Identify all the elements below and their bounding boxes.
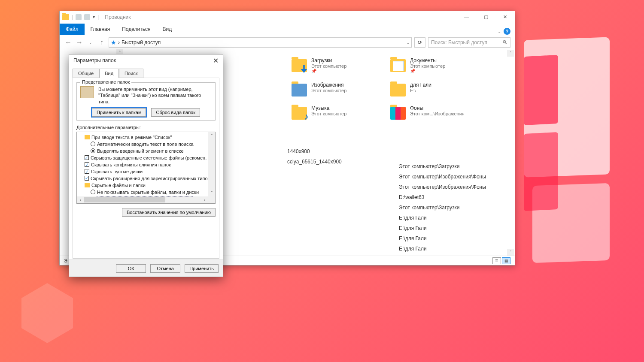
option-hide-empty[interactable]: Скрывать пустые диски <box>85 168 207 175</box>
recent-path[interactable]: E:\для Гали <box>399 223 486 233</box>
close-button[interactable]: ✕ <box>495 11 515 23</box>
folder-icon <box>292 107 307 120</box>
address-dropdown-icon[interactable]: ⌄ <box>406 40 410 45</box>
nav-back-button[interactable]: ← <box>64 38 73 47</box>
scrollbar-thumb[interactable] <box>84 197 165 202</box>
recent-path[interactable]: E:\для Гали <box>399 233 486 244</box>
recent-path[interactable]: E:\для Гали <box>399 213 486 223</box>
advanced-settings-tree[interactable]: При вводе текста в режиме "Список" Автом… <box>76 132 216 204</box>
folder-name: Загрузки <box>311 57 346 63</box>
option-typing-select[interactable]: Выделять введенный элемент в списке <box>91 148 207 154</box>
dialog-close-button[interactable]: ✕ <box>213 57 219 65</box>
pin-icon: 📌 <box>410 69 445 73</box>
recent-path[interactable]: E:\для Гали <box>399 244 486 254</box>
maximize-button[interactable]: ▢ <box>476 11 495 23</box>
option-typing-search[interactable]: Автоматически вводить текст в поле поиск… <box>91 141 207 148</box>
radio-icon[interactable] <box>91 142 95 146</box>
cancel-button[interactable]: Отмена <box>150 264 180 273</box>
tree-vertical-scrollbar[interactable]: ˄ ˅ <box>208 132 215 196</box>
checkbox-icon[interactable] <box>85 169 89 174</box>
checkbox-icon[interactable] <box>85 162 89 167</box>
recent-path[interactable]: Этот компьютер\Изображения\Фоны <box>399 182 486 192</box>
qat-properties-icon[interactable] <box>76 14 82 20</box>
tab-search[interactable]: Поиск <box>119 69 143 78</box>
folder-sub: Этот компьютер <box>311 88 346 93</box>
scroll-up-icon[interactable]: ˄ <box>208 132 215 139</box>
recent-file-row[interactable]: 1440x900 <box>287 146 342 157</box>
breadcrumb-location[interactable]: Быстрый доступ <box>122 39 161 45</box>
checkbox-icon[interactable] <box>85 176 89 181</box>
apply-button[interactable]: Применить <box>185 264 219 273</box>
dialog-titlebar[interactable]: Параметры папок ✕ <box>69 54 223 66</box>
desktop-decor <box>524 132 558 211</box>
group-hidden: Скрытые файлы и папки <box>85 182 207 189</box>
folder-music[interactable]: Музыка Этот компьютер <box>292 105 377 120</box>
folder-icon <box>390 107 406 120</box>
minimize-button[interactable]: — <box>457 11 476 23</box>
folder-views-group: Представление папок Вы можете применить … <box>76 82 216 121</box>
pin-icon: 📌 <box>311 69 346 73</box>
recent-path[interactable]: D:\wallet63 <box>399 192 486 202</box>
folder-views-icon <box>80 86 94 98</box>
scroll-right-icon[interactable]: › <box>201 196 208 203</box>
tab-view[interactable]: Вид <box>99 69 119 78</box>
dialog-title: Параметры папок <box>73 57 116 63</box>
folder-name: Фоны <box>410 105 465 111</box>
nav-recent-dropdown[interactable]: ⌄ <box>86 38 95 47</box>
qat-newfolder-icon[interactable] <box>84 14 90 20</box>
tab-file[interactable]: Файл <box>60 24 85 35</box>
nav-up-button[interactable]: ↑ <box>97 38 106 47</box>
option-hidden-off[interactable]: Не показывать скрытые файлы, папки и дис… <box>91 189 207 196</box>
separator: | <box>97 14 99 20</box>
ribbon-tabs: Файл Главная Поделиться Вид ⌄ ? <box>60 23 515 35</box>
explorer-icon <box>62 14 69 20</box>
scroll-down-icon[interactable]: ˅ <box>208 190 215 196</box>
folder-name: Изображения <box>311 82 346 88</box>
group-legend: Представление папок <box>80 79 131 84</box>
folder-name: Документы <box>410 57 445 63</box>
address-bar-row: ← → ⌄ ↑ ★ › Быстрый доступ ⌄ ⟳ Поиск: Бы… <box>60 35 515 50</box>
scroll-left-icon[interactable]: ‹ <box>77 196 84 203</box>
help-icon[interactable]: ? <box>504 28 510 35</box>
radio-icon[interactable] <box>91 148 95 153</box>
ok-button[interactable]: ОК <box>116 264 146 273</box>
tab-share[interactable]: Поделиться <box>116 24 156 35</box>
tree-horizontal-scrollbar[interactable]: ‹ › <box>77 196 208 203</box>
search-input[interactable]: Поиск: Быстрый доступ 🔍︎ <box>428 37 510 48</box>
folder-sub: E:\ <box>410 88 431 93</box>
recent-path[interactable]: Этот компьютер\Изображения\Фоны <box>399 172 486 182</box>
folder-downloads[interactable]: Загрузки Этот компьютер 📌 <box>292 57 377 73</box>
nav-forward-button[interactable]: → <box>75 38 84 47</box>
address-bar[interactable]: ★ › Быстрый доступ ⌄ <box>109 37 412 48</box>
recent-path[interactable]: Этот компьютер\Загрузки <box>399 202 486 213</box>
folder-sub: Этот компьютер <box>311 63 346 69</box>
checkbox-icon[interactable] <box>85 155 89 160</box>
refresh-button[interactable]: ⟳ <box>414 37 425 48</box>
folder-documents[interactable]: Документы Этот компьютер 📌 <box>390 57 476 73</box>
recent-path[interactable]: Этот компьютер\Загрузки <box>399 161 486 172</box>
tab-general[interactable]: Общие <box>73 69 99 78</box>
folder-pictures[interactable]: Изображения Этот компьютер <box>292 82 377 97</box>
breadcrumb-sep: › <box>118 39 120 45</box>
folder-for-gali[interactable]: для Гали E:\ <box>390 82 476 97</box>
apply-to-folders-button[interactable]: Применить к папкам <box>92 108 146 117</box>
view-details-button[interactable]: ≣ <box>492 257 501 264</box>
option-hide-ext[interactable]: Скрывать расширения для зарегистрированн… <box>85 175 207 182</box>
option-hide-protected[interactable]: Скрывать защищенные системные файлы (рек… <box>85 154 207 161</box>
desktop-hexagon-decor <box>21 283 73 343</box>
dialog-footer: ОК Отмена Применить <box>69 259 223 277</box>
titlebar[interactable]: | ▾ | Проводник — ▢ ✕ <box>60 11 515 23</box>
restore-defaults-button[interactable]: Восстановить значения по умолчанию <box>122 208 216 217</box>
ribbon-collapse-icon[interactable]: ⌄ <box>498 29 501 34</box>
view-large-icons-button[interactable]: ▦ <box>502 257 510 264</box>
folder-options-dialog: Параметры папок ✕ Общие Вид Поиск Предст… <box>69 54 223 277</box>
tab-home[interactable]: Главная <box>85 24 116 35</box>
qat-customize-icon[interactable]: ▾ <box>93 15 95 19</box>
desktop-decor <box>524 55 558 125</box>
reset-folders-button[interactable]: Сброс вида папок <box>151 108 200 117</box>
option-hide-merge[interactable]: Скрывать конфликты слияния папок <box>85 161 207 168</box>
radio-icon[interactable] <box>91 190 95 194</box>
folder-wallpapers[interactable]: Фоны Этот ком...\Изображения <box>390 105 476 120</box>
search-icon: 🔍︎ <box>502 39 507 45</box>
tab-view[interactable]: Вид <box>156 24 178 35</box>
